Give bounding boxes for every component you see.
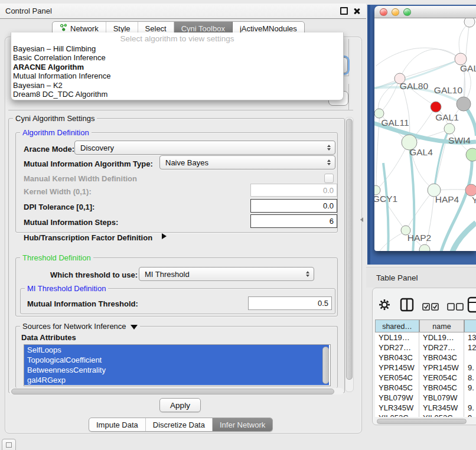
table-cell[interactable]: YBR045C (419, 383, 464, 393)
table-cell[interactable]: YPR145W (419, 363, 464, 373)
hidden-groupbox-edge (348, 84, 349, 110)
float-window-icon[interactable] (340, 7, 348, 15)
table-cell[interactable]: YER054C (419, 373, 464, 383)
network-node-gal1[interactable] (444, 123, 455, 134)
table-hscrollbar-thumb[interactable] (377, 419, 467, 424)
bottom-tab-impute-data[interactable]: Impute Data (89, 418, 146, 431)
column-layout-icon[interactable] (400, 298, 414, 312)
network-node[interactable] (464, 18, 475, 27)
table-cell[interactable]: YDR27… (419, 343, 464, 353)
table-cell[interactable] (464, 353, 476, 363)
table-cell[interactable]: YDL19… (419, 332, 464, 343)
algorithm-option[interactable]: ARACNE Algorithm (11, 63, 343, 71)
table-cell[interactable]: YIL052C (419, 413, 464, 417)
mac-minimize-icon[interactable] (392, 8, 399, 16)
float-panel-button[interactable] (2, 439, 16, 450)
table-cell[interactable]: YLR345W (419, 403, 464, 413)
settings-hscrollbar[interactable] (9, 388, 344, 394)
expander-down-icon[interactable] (131, 325, 138, 330)
unchecked-pair-icon[interactable] (447, 303, 464, 311)
data-attributes-list[interactable]: SelfLoopsTopologicalCoefficientBetweenne… (24, 344, 331, 386)
table-cell[interactable]: 9. (464, 403, 476, 413)
checked-pair-icon[interactable] (422, 303, 439, 311)
table-cell[interactable]: 9. (464, 363, 476, 373)
table-cell[interactable]: 9. (464, 413, 476, 417)
table-row[interactable]: YDR27…YDR27…12 (375, 343, 476, 353)
table-cell[interactable]: YIL052C (375, 413, 419, 417)
kernel-width-input[interactable] (250, 184, 337, 197)
data-attribute-item[interactable]: TopologicalCoefficient (24, 355, 329, 365)
import-table-icon[interactable] (467, 296, 476, 313)
data-attribute-item[interactable]: gal4RGexp (24, 375, 329, 385)
table-cell[interactable] (464, 393, 476, 403)
table-cell[interactable]: YBR043C (419, 353, 464, 363)
table-row[interactable]: YER054CYER054C8. (375, 373, 476, 383)
table-row[interactable]: YPR145WYPR145W9. (375, 363, 476, 373)
list-scrollbar-thumb[interactable] (322, 347, 329, 384)
algorithm-option[interactable]: Bayesian – K2 (11, 81, 343, 90)
bottom-tab-discretize-data[interactable]: Discretize Data (146, 418, 213, 431)
bottom-tab-infer-network[interactable]: Infer Network (213, 418, 272, 431)
algorithm-option[interactable]: Dream8 DC_TDC Algorithm (11, 90, 343, 99)
mi-steps-input[interactable] (250, 214, 337, 228)
bottom-tab-label: Infer Network (220, 420, 265, 429)
manual-kernel-checkbox[interactable] (324, 174, 334, 183)
table-cell[interactable]: YPR145W (375, 363, 419, 373)
table-cell[interactable]: 12 (464, 343, 476, 353)
close-icon[interactable] (353, 8, 360, 15)
settings-vscrollbar-thumb[interactable] (346, 119, 353, 380)
network-node-y[interactable] (465, 184, 476, 196)
dpi-tolerance-input[interactable] (250, 199, 337, 213)
table-row[interactable]: YIL052CYIL052C9. (375, 413, 476, 417)
table-row[interactable]: YLR345WYLR345W9. (375, 403, 476, 413)
sources-legend[interactable]: Sources for Network Inference (20, 322, 140, 331)
mac-zoom-icon[interactable] (403, 8, 411, 16)
gear-icon[interactable] (379, 299, 390, 311)
settings-vscrollbar[interactable] (345, 117, 354, 392)
table-cell[interactable]: YER054C (375, 373, 419, 383)
table-cell[interactable]: 8. (464, 373, 476, 383)
table-cell[interactable]: YDR27… (375, 343, 419, 353)
table-row[interactable]: YBR043CYBR043C (375, 353, 476, 363)
table-row[interactable]: YBL079WYBL079W (375, 393, 476, 403)
table-header-shared[interactable]: shared… (375, 319, 419, 332)
table-cell[interactable]: YBR043C (375, 353, 419, 363)
table-cell[interactable]: YLR345W (375, 403, 419, 413)
data-attribute-item[interactable]: SelfLoops (24, 345, 329, 355)
network-node[interactable] (457, 97, 471, 111)
expander-right-icon[interactable] (162, 233, 167, 239)
network-node-label: SWI4 (448, 135, 471, 145)
algorithm-option[interactable]: Mutual Information Inference (11, 71, 343, 80)
table-cell[interactable]: YBL079W (419, 393, 464, 403)
network-edge (379, 231, 406, 251)
table-cell[interactable]: 13 (464, 332, 476, 343)
hub-expander-label[interactable]: Hub/Transcription Factor Definition (24, 233, 152, 242)
table-cell[interactable]: 9. (464, 383, 476, 393)
settings-hscrollbar-thumb[interactable] (11, 389, 334, 394)
algorithm-option[interactable]: Basic Correlation Inference (11, 53, 343, 62)
mi-threshold-input[interactable] (248, 296, 332, 310)
table-row[interactable]: YDL19…YDL19…13 (375, 332, 476, 343)
table-header-name[interactable]: name (419, 319, 464, 332)
network-window-titlebar[interactable] (374, 6, 476, 18)
data-attribute-item[interactable]: BetweennessCentrality (24, 365, 329, 375)
mac-close-icon[interactable] (380, 8, 387, 16)
which-threshold-combo[interactable]: MI Threshold (139, 267, 314, 281)
network-canvas[interactable]: GALGAL80GAL10GAL1GAL11GAL4SWI4GCY1HAP4YH… (374, 18, 476, 251)
mi-algorithm-type-combo[interactable]: Naive Bayes (159, 155, 335, 169)
table-cell[interactable]: YDL19… (375, 332, 419, 343)
algorithm-option[interactable]: Bayesian – Hill Climbing (11, 44, 343, 53)
network-node-swi4[interactable] (466, 148, 476, 161)
network-node-gal11[interactable] (374, 109, 384, 118)
table-hscrollbar[interactable] (375, 418, 474, 424)
table-cell[interactable]: YBL079W (375, 393, 419, 403)
table-header-col3[interactable] (464, 319, 476, 332)
aracne-mode-combo[interactable]: Discovery (74, 141, 335, 155)
apply-button[interactable]: Apply (159, 398, 201, 412)
network-node-gal10[interactable] (431, 102, 441, 112)
splitter-collapse-icon[interactable] (360, 217, 363, 222)
table-cell[interactable]: YBR045C (375, 383, 419, 393)
network-edge (383, 163, 389, 251)
table-row[interactable]: YBR045CYBR045C9. (375, 383, 476, 393)
tab-label: Select (145, 24, 167, 33)
